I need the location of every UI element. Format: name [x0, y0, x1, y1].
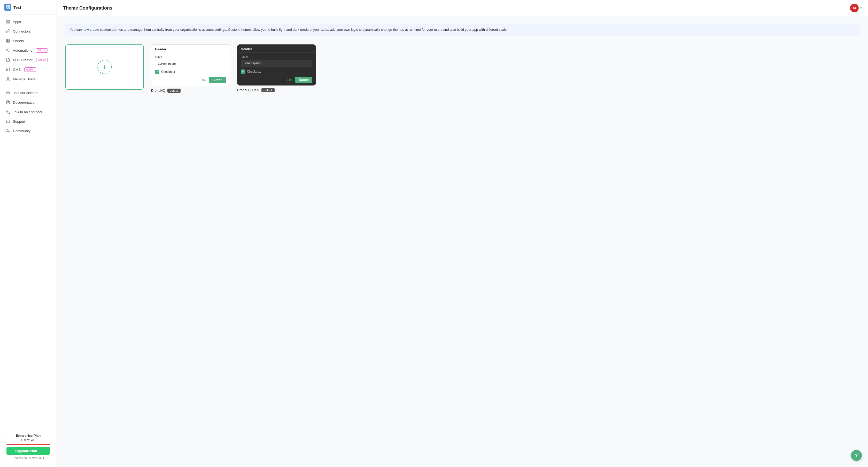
dark-theme-label: Label [241, 55, 312, 58]
dark-theme-actions: Link Button [241, 77, 312, 83]
topbar: Theme Configurations M ▾ [57, 0, 868, 16]
svg-rect-5 [8, 20, 9, 22]
upgrade-button[interactable]: Upgrade Plan → [6, 447, 50, 455]
topbar-right: M ▾ [850, 4, 862, 12]
sidebar-item-cms-label: CMS [13, 68, 21, 71]
sidebar-item-apps-label: Apps [13, 20, 21, 24]
sidebar-item-automations[interactable]: Automations Add on [2, 46, 55, 55]
sidebar-item-cms[interactable]: CMS Add on [2, 65, 55, 74]
sidebar-item-connectors[interactable]: Connectors [2, 27, 55, 36]
dark-theme-name: DronaHQ Dark [237, 88, 259, 92]
svg-point-18 [7, 92, 8, 93]
chevron-down-icon[interactable]: ▾ [860, 6, 862, 10]
main-content: Theme Configurations M ▾ You can now cre… [57, 0, 868, 467]
light-theme-body: Label Checkbox Link Button [151, 53, 230, 86]
sidebar-item-support-label: Support [13, 120, 25, 123]
light-theme-checkbox-row: Checkbox [155, 70, 226, 74]
svg-rect-6 [6, 22, 8, 23]
svg-rect-13 [6, 68, 9, 71]
sidebar-item-pdf-creator-label: PDF Creator [13, 58, 33, 62]
light-theme-button[interactable]: Button [209, 77, 226, 83]
add-theme-card[interactable]: + [65, 44, 144, 90]
dark-theme-checkbox-row: Checkbox [241, 69, 312, 73]
dark-theme-card-label: DronaHQ Dark Default [237, 88, 316, 92]
dark-theme-card: Header Label Checkbox Link Button [237, 44, 316, 86]
sidebar-item-manage-users-label: Manage Users [13, 77, 36, 81]
sidebar-item-engineer-label: Talk to an engineer [13, 110, 42, 114]
cms-addon-badge: Add on [24, 67, 36, 72]
svg-rect-8 [6, 39, 9, 42]
plan-box: Enterprise Plan Users: 4/2 Upgrade Plan … [3, 430, 54, 463]
sidebar-item-sheets[interactable]: Sheets [2, 36, 55, 45]
svg-rect-4 [6, 20, 8, 22]
plan-users: Users: 4/2 [6, 438, 50, 442]
app-logo[interactable]: Test [0, 0, 57, 15]
dark-theme-input[interactable] [241, 60, 312, 67]
sidebar-nav: Apps Connectors Sheets Automations Add o… [0, 15, 57, 426]
light-theme-card-wrapper: Header Label Checkbox Link Button [151, 44, 230, 93]
svg-point-19 [8, 92, 9, 93]
sidebar-item-discord-label: Join our discord [13, 91, 37, 95]
light-theme-default-badge: Default [167, 89, 181, 93]
light-theme-name: DronaHQ [151, 89, 165, 92]
light-theme-label: Label [155, 56, 226, 59]
svg-point-17 [6, 91, 9, 94]
user-icon [6, 77, 10, 81]
discord-icon [6, 90, 10, 95]
dark-theme-checkbox[interactable] [241, 69, 245, 73]
light-theme-actions: Link Button [155, 77, 226, 83]
sidebar-item-apps[interactable]: Apps [2, 17, 55, 26]
sidebar-item-docs[interactable]: Documentation [2, 98, 55, 107]
dark-theme-body: Label Checkbox Link Button [237, 53, 316, 86]
sidebar: Test Apps Connectors Sheets [0, 0, 57, 467]
dark-theme-checkbox-label: Checkbox [247, 70, 261, 73]
content-area: You can now create custom themes and man… [57, 16, 868, 467]
sidebar-item-support[interactable]: Support [2, 117, 55, 126]
user-avatar[interactable]: M [850, 4, 859, 12]
svg-rect-7 [8, 22, 9, 23]
dark-theme-button[interactable]: Button [295, 77, 312, 83]
info-banner: You can now create custom themes and man… [65, 24, 860, 36]
plan-progress-bar [6, 444, 50, 445]
pdf-creator-addon-badge: Add on [36, 58, 48, 62]
table-icon [6, 38, 10, 43]
sidebar-item-docs-label: Documentation [13, 100, 36, 104]
sidebar-item-discord[interactable]: Join our discord [2, 88, 55, 97]
headphone-icon [6, 119, 10, 124]
svg-point-16 [7, 77, 8, 79]
layout-icon [6, 67, 10, 72]
link-icon [6, 29, 10, 34]
light-theme-card: Header Label Checkbox Link Button [151, 44, 230, 86]
light-theme-card-label: DronaHQ Default [151, 89, 230, 93]
automations-addon-badge: Add on [36, 48, 48, 53]
themes-grid: + Header Label Checkbox Link [65, 44, 860, 93]
light-theme-checkbox[interactable] [155, 70, 159, 74]
sidebar-item-engineer[interactable]: Talk to an engineer [2, 107, 55, 117]
sidebar-item-pdf-creator[interactable]: PDF Creator Add on [2, 55, 55, 65]
svg-point-22 [7, 129, 8, 131]
help-fab-button[interactable]: ? [851, 450, 862, 461]
sidebar-bottom: Enterprise Plan Users: 4/2 Upgrade Plan … [0, 426, 57, 467]
dark-theme-card-wrapper: Header Label Checkbox Link Button [237, 44, 316, 93]
page-title: Theme Configurations [63, 5, 113, 11]
add-theme-card-wrapper: + [65, 44, 144, 93]
logo-icon [4, 4, 11, 11]
dark-theme-default-badge: Default [261, 88, 275, 92]
sidebar-item-community[interactable]: Community [2, 126, 55, 135]
sidebar-item-manage-users[interactable]: Manage Users [2, 74, 55, 84]
svg-marker-12 [6, 49, 9, 52]
app-title: Test [13, 5, 21, 9]
phone-icon [6, 110, 10, 114]
light-theme-header: Header [151, 45, 230, 53]
dark-theme-link[interactable]: Link [287, 78, 292, 82]
file-icon [6, 58, 10, 62]
sidebar-item-automations-label: Automations [13, 49, 32, 53]
renews-text: Renews on 09-Nov-2024 [6, 457, 50, 460]
sidebar-item-sheets-label: Sheets [13, 39, 24, 43]
light-theme-input[interactable] [155, 60, 226, 67]
svg-rect-3 [8, 8, 9, 9]
dark-theme-header: Header [237, 44, 316, 53]
sidebar-item-community-label: Community [13, 129, 30, 133]
svg-rect-2 [6, 8, 7, 9]
light-theme-link[interactable]: Link [200, 78, 206, 82]
